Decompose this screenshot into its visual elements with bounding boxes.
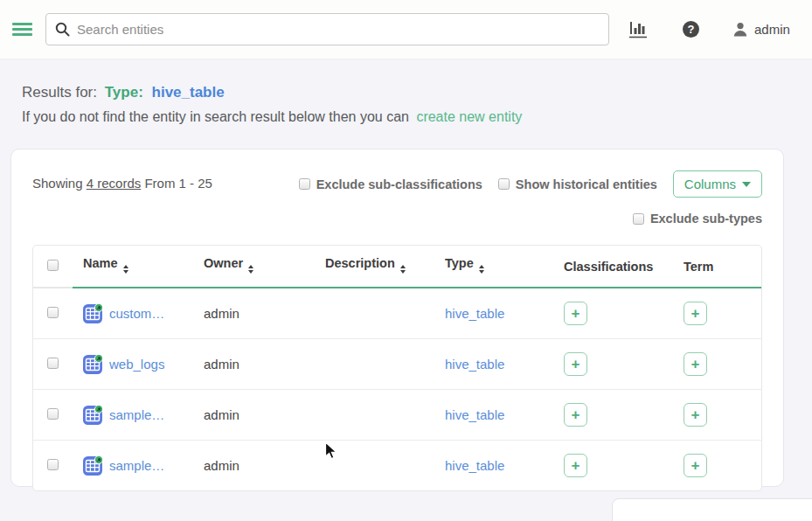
type-link[interactable]: hive_table [445,407,504,422]
add-classification-button[interactable]: + [564,454,587,477]
description-cell [315,390,434,441]
columns-button-label: Columns [684,177,736,191]
classifications-header-label: Classifications [564,260,653,274]
show-historical-label: Show historical entities [516,177,657,191]
entity-name-link[interactable]: custom… [109,306,164,321]
add-term-button[interactable]: + [684,454,707,477]
type-header-label: Type [445,256,474,270]
exclude-subtypes-label: Exclude sub-types [650,212,762,226]
columns-button[interactable]: Columns [673,170,762,198]
results-card: Showing 4 records From 1 - 25 Exclude su… [10,149,784,487]
column-header-name[interactable]: Name [73,246,193,288]
type-label: Type: [105,84,143,101]
entity-name-link[interactable]: sample… [109,407,164,422]
user-menu[interactable]: admin [732,22,790,38]
search-input[interactable] [77,22,600,37]
description-cell [315,441,434,491]
top-bar: ? admin [0,0,812,59]
exclude-subtypes-toggle[interactable]: Exclude sub-types [633,212,762,226]
entity-name-link[interactable]: web_logs [109,357,164,372]
term-header-label: Term [684,260,713,274]
create-new-entity-link[interactable]: create new entity [416,109,522,124]
type-link[interactable]: hive_table [445,357,504,372]
card-controls: Showing 4 records From 1 - 25 Exclude su… [32,170,762,198]
hive-table-icon [83,406,102,425]
exclude-subclassifications-label: Exclude sub-classifications [316,177,482,191]
help-icon[interactable]: ? [683,21,699,38]
column-header-classifications: Classifications [553,246,673,288]
statistics-chart-icon[interactable] [628,20,649,39]
add-classification-button[interactable]: + [564,302,587,325]
filter-controls: Exclude sub-classifications Show histori… [299,170,762,198]
pagination-peek-panel [612,498,812,521]
row-checkbox[interactable] [47,408,59,420]
table-row: web_logs admin hive_table + + [33,339,761,390]
chevron-down-icon [742,182,751,191]
table-row: sample… admin hive_table + + [33,390,761,441]
results-for-line: Results for: Type: hive_table [22,84,522,101]
exclude-subclassifications-toggle[interactable]: Exclude sub-classifications [299,177,482,191]
search-box [45,13,609,45]
sort-icon [479,262,484,276]
description-header-label: Description [325,256,395,270]
table-header-row: Name Owner Description Type Classificati… [33,246,761,288]
select-all-checkbox[interactable] [47,260,59,271]
username-label: admin [754,22,790,37]
results-header: Results for: Type: hive_table If you do … [22,84,522,125]
column-header-type[interactable]: Type [434,246,553,288]
row-checkbox[interactable] [47,358,59,369]
show-historical-toggle[interactable]: Show historical entities [498,177,657,191]
description-cell [315,339,434,390]
table-row: sample… admin hive_table + + [33,441,761,491]
hint-text: If you do not find the entity in search … [22,109,409,124]
results-table: Name Owner Description Type Classificati… [33,246,761,490]
owner-cell: admin [193,390,315,441]
row-checkbox[interactable] [47,459,59,470]
entity-name-link[interactable]: sample… [109,458,164,473]
owner-cell: admin [193,339,315,390]
show-historical-checkbox[interactable] [498,178,510,190]
owner-header-label: Owner [204,256,243,270]
sort-icon [123,262,128,276]
hive-table-icon [83,456,102,476]
owner-cell: admin [193,441,315,491]
results-table-container: Name Owner Description Type Classificati… [32,245,762,491]
add-term-button[interactable]: + [684,352,707,376]
create-entity-hint: If you do not find the entity in search … [22,109,522,125]
table-body: custom… admin hive_table + + [33,288,761,490]
hive-table-icon [83,355,102,374]
sort-icon [400,262,406,276]
column-header-description[interactable]: Description [315,246,434,288]
subtypes-row: Exclude sub-types [32,212,762,226]
user-icon [732,22,748,38]
results-for-label: Results for: [22,84,97,101]
description-cell [315,288,434,339]
exclude-subtypes-checkbox[interactable] [633,213,644,225]
add-classification-button[interactable]: + [564,352,587,376]
type-value: hive_table [152,84,225,101]
column-header-term: Term [673,246,761,288]
topbar-actions: ? admin [628,20,790,39]
record-count: Showing 4 records From 1 - 25 [32,170,212,191]
exclude-subclassifications-checkbox[interactable] [299,178,310,190]
add-term-button[interactable]: + [684,403,707,427]
sort-icon [248,262,253,276]
add-classification-button[interactable]: + [564,403,587,427]
type-link[interactable]: hive_table [445,458,504,473]
add-term-button[interactable]: + [684,302,707,325]
row-checkbox[interactable] [47,307,59,318]
search-icon [55,22,70,37]
owner-cell: admin [193,288,315,339]
table-row: custom… admin hive_table + + [33,288,761,339]
type-link[interactable]: hive_table [445,306,504,321]
name-header-label: Name [83,256,118,270]
hive-table-icon [83,304,102,323]
range-label: From 1 - 25 [144,176,212,191]
showing-label: Showing [32,176,83,191]
records-count-link[interactable]: 4 records [87,176,142,191]
column-header-owner[interactable]: Owner [193,246,315,288]
menu-icon[interactable] [12,20,32,38]
